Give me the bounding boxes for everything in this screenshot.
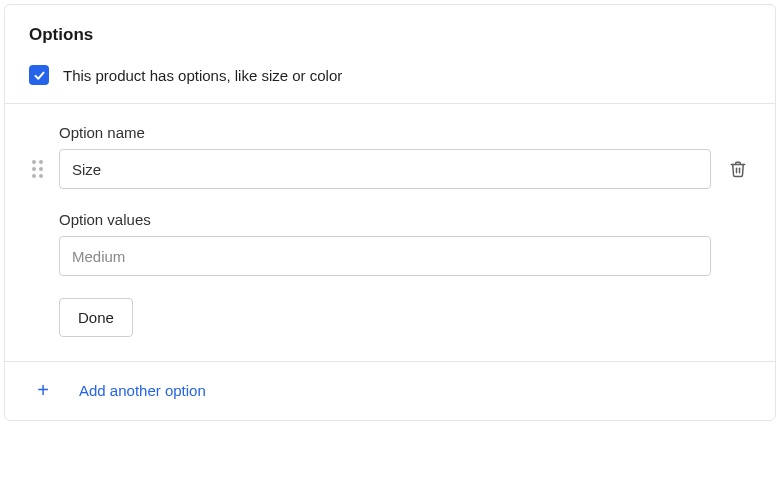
option-name-field: Option name (59, 124, 711, 189)
plus-icon: + (35, 380, 51, 400)
option-name-label: Option name (59, 124, 711, 141)
has-options-row: This product has options, like size or c… (29, 65, 751, 85)
drag-handle[interactable] (29, 124, 45, 178)
delete-option-button[interactable] (727, 158, 749, 180)
options-card: Options This product has options, like s… (4, 4, 776, 421)
has-options-label: This product has options, like size or c… (63, 67, 342, 84)
option-values-input[interactable] (59, 236, 711, 276)
option-values-label: Option values (59, 211, 711, 228)
card-title: Options (29, 25, 751, 45)
trash-col (725, 124, 751, 180)
option-form: Option name Option values Done (59, 124, 711, 337)
add-another-option-button[interactable]: + Add another option (5, 362, 775, 420)
option-block: Option name Option values Done (5, 104, 775, 361)
option-values-field: Option values (59, 211, 711, 276)
add-option-label: Add another option (79, 382, 206, 399)
done-button[interactable]: Done (59, 298, 133, 337)
checkmark-icon (33, 69, 46, 82)
option-name-input[interactable] (59, 149, 711, 189)
drag-handle-icon (32, 160, 43, 178)
card-header: Options This product has options, like s… (5, 5, 775, 103)
has-options-checkbox[interactable] (29, 65, 49, 85)
trash-icon (729, 160, 747, 178)
